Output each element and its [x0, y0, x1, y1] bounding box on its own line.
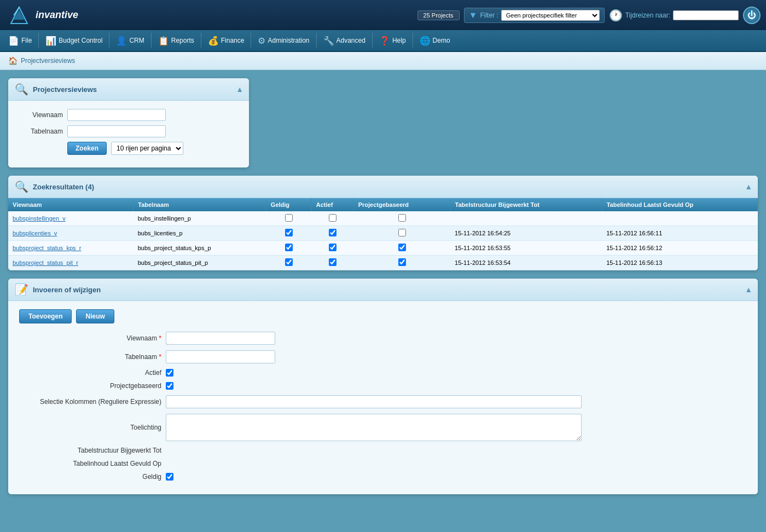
results-panel-title: Zoekresultaten (4)	[33, 183, 94, 191]
nav-label-help: Help	[392, 37, 406, 44]
crm-icon: 👤	[116, 36, 127, 46]
lower-geldig-checkbox[interactable]	[166, 473, 173, 481]
action-bar: Toevoegen Nieuw	[19, 309, 747, 323]
lower-actief-checkbox[interactable]	[166, 369, 173, 377]
data-cell: 15-11-2012 16:54:25	[450, 226, 602, 241]
search-panel-collapse[interactable]: ▲	[236, 85, 243, 94]
nav-label-admin: Administration	[268, 37, 309, 44]
checkbox-cell[interactable]	[353, 241, 450, 256]
checkbox-cell[interactable]	[311, 256, 353, 270]
checkbox-cell[interactable]	[353, 226, 450, 241]
nieuw-button[interactable]: Nieuw	[76, 309, 114, 323]
results-panel-collapse[interactable]: ▲	[745, 182, 752, 191]
filter-icon: ▼	[469, 10, 478, 20]
search-actions-row: Zoeken 10 rijen per pagina 25 rijen per …	[16, 142, 241, 155]
link-cell[interactable]: bubsproject_status_pit_r	[8, 256, 134, 270]
checkbox-cell[interactable]	[353, 211, 450, 226]
logo-area: invantive	[5, 4, 78, 26]
lower-tabelstructuur-row: Tabelstructuur Bijgewerkt Tot	[19, 447, 747, 454]
nav-label-crm: CRM	[129, 37, 144, 44]
clock-icon: 🕐	[609, 9, 623, 22]
data-cell: 15-11-2012 16:53:54	[450, 256, 602, 270]
nav-item-demo[interactable]: 🌐 Demo	[414, 32, 456, 49]
nav-label-reports: Reports	[171, 37, 194, 44]
checkbox-cell[interactable]	[353, 256, 450, 270]
table-row: bubsproject_status_pit_rbubs_project_sta…	[8, 256, 758, 270]
viewnaam-row: Viewnaam	[16, 109, 241, 121]
lower-panel: 📝 Invoeren of wijzigen ▲ Toevoegen Nieuw…	[8, 279, 758, 494]
lower-actief-label: Actief	[19, 369, 161, 377]
col-tabelnaam: Tabelnaam	[134, 198, 266, 211]
data-cell: bubs_project_status_pit_p	[134, 256, 266, 270]
lower-tabelnaam-input[interactable]	[166, 350, 275, 363]
results-header-row: Viewnaam Tabelnaam Geldig Actief Project…	[8, 198, 758, 211]
checkbox-cell[interactable]	[311, 241, 353, 256]
viewnaam-label: Viewnaam	[16, 111, 63, 119]
checkbox-cell[interactable]	[266, 241, 311, 256]
table-row: bubsproject_status_kps_rbubs_project_sta…	[8, 241, 758, 256]
nav-divider-5	[251, 33, 251, 48]
nav-item-budget-control[interactable]: 📊 Budget Control	[40, 32, 108, 49]
nav-item-finance[interactable]: 💰 Finance	[202, 32, 250, 49]
lower-panel-header: 📝 Invoeren of wijzigen ▲	[8, 279, 758, 301]
budget-icon: 📊	[45, 36, 56, 46]
lower-form: Toevoegen Nieuw Viewnaam * Tabelnaam * A…	[8, 301, 758, 494]
lower-selectie-input[interactable]	[166, 395, 582, 408]
lower-geldig-label: Geldig	[19, 473, 161, 481]
search-panel: 🔍 Projectversieviews ▲ Viewnaam Tabelnaa…	[8, 78, 249, 167]
data-cell: 15-11-2012 16:56:11	[602, 226, 757, 241]
checkbox-cell[interactable]	[266, 211, 311, 226]
col-viewnaam: Viewnaam	[8, 198, 134, 211]
search-button[interactable]: Zoeken	[67, 142, 107, 155]
lower-toelichting-textarea[interactable]	[166, 414, 582, 441]
link-cell[interactable]: bubsplicenties_v	[8, 226, 134, 241]
link-cell[interactable]: bubspinstellingen_v	[8, 211, 134, 226]
col-tabelinhoud: Tabelinhoud Laatst Gevuld Op	[602, 198, 757, 211]
nav-divider-8	[413, 33, 413, 48]
search-panel-header: 🔍 Projectversieviews ▲	[8, 78, 249, 101]
nav-item-reports[interactable]: 📋 Reports	[153, 32, 200, 49]
checkbox-cell[interactable]	[266, 226, 311, 241]
file-icon: 📄	[8, 36, 19, 46]
search-panel-icon: 🔍	[15, 83, 28, 96]
nav-item-file[interactable]: 📄 File	[3, 32, 37, 49]
nav-item-crm[interactable]: 👤 CRM	[111, 32, 149, 49]
nav-item-administration[interactable]: ⚙ Administration	[252, 32, 315, 49]
viewnaam-input[interactable]	[67, 109, 166, 121]
link-cell[interactable]: bubsproject_status_kps_r	[8, 241, 134, 256]
results-table: Viewnaam Tabelnaam Geldig Actief Project…	[8, 198, 758, 270]
lower-projectgebaseerd-label: Projectgebaseerd	[19, 382, 161, 390]
lower-tabelnaam-label: Tabelnaam *	[19, 353, 161, 361]
results-table-body: bubspinstellingen_vbubs_instellingen_pbu…	[8, 211, 758, 270]
rows-per-page-select[interactable]: 10 rijen per pagina 25 rijen per pagina …	[111, 142, 183, 155]
col-geldig: Geldig	[266, 198, 311, 211]
logo-text: invantive	[36, 9, 78, 21]
results-panel-header: 🔍 Zoekresultaten (4) ▲	[8, 176, 758, 198]
checkbox-cell[interactable]	[266, 256, 311, 270]
breadcrumb: 🏠 Projectversieviews	[0, 52, 766, 70]
data-cell: bubs_instellingen_p	[134, 211, 266, 226]
checkbox-cell[interactable]	[311, 226, 353, 241]
lower-toelichting-label: Toelichting	[19, 424, 161, 431]
toevoegen-button[interactable]: Toevoegen	[19, 309, 72, 323]
power-button[interactable]: ⏻	[743, 7, 761, 24]
col-actief: Actief	[311, 198, 353, 211]
search-panel-title: Projectversieviews	[33, 85, 97, 94]
nav-bar: 📄 File 📊 Budget Control 👤 CRM 📋 Reports …	[0, 30, 766, 52]
data-cell: 15-11-2012 16:56:12	[602, 241, 757, 256]
nav-divider-6	[316, 33, 317, 48]
lower-selectie-row: Selectie Kolommen (Reguliere Expressie)	[19, 395, 747, 408]
checkbox-cell[interactable]	[311, 211, 353, 226]
lower-panel-icon: 📝	[15, 283, 28, 296]
lower-projectgebaseerd-checkbox[interactable]	[166, 382, 173, 390]
lower-viewnaam-input[interactable]	[166, 332, 275, 345]
nav-item-help[interactable]: ❓ Help	[374, 32, 411, 49]
tijdreizen-input[interactable]	[673, 10, 739, 20]
nav-item-advanced[interactable]: 🔧 Advanced	[318, 32, 371, 49]
lower-panel-collapse[interactable]: ▲	[745, 285, 752, 294]
filter-select[interactable]: Geen projectspecifiek filter	[501, 10, 600, 21]
search-panel-body: Viewnaam Tabelnaam Zoeken 10 rijen per p…	[8, 101, 249, 167]
data-cell: bubs_project_status_kps_p	[134, 241, 266, 256]
tabelnaam-input[interactable]	[67, 125, 166, 137]
col-tabelstructuur: Tabelstructuur Bijgewerkt Tot	[450, 198, 602, 211]
